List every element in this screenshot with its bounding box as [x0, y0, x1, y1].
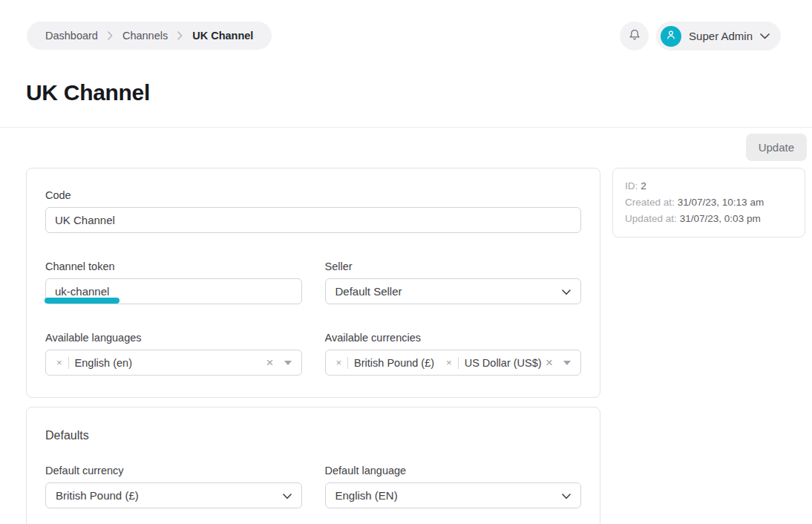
- chip-divider: [458, 357, 459, 369]
- defaults-card: Defaults Default currency British Pound …: [26, 407, 600, 524]
- form-column: Code Channel token Seller Defa: [26, 168, 600, 524]
- chevron-down-icon: [283, 489, 292, 502]
- token-seller-row: Channel token Seller Default Seller: [45, 261, 581, 304]
- remove-chip-button[interactable]: ×: [446, 358, 452, 367]
- remove-chip-button[interactable]: ×: [336, 358, 342, 367]
- chevron-down-icon: [562, 285, 571, 298]
- meta-id-row: ID:2: [625, 178, 793, 194]
- notifications-button[interactable]: [620, 22, 649, 50]
- code-input[interactable]: [45, 207, 581, 233]
- meta-created-label: Created at:: [625, 197, 675, 208]
- page-title: UK Channel: [26, 80, 150, 105]
- clear-selection-button[interactable]: ×: [546, 356, 553, 369]
- channel-token-field: Channel token: [45, 261, 302, 304]
- code-field: Code: [45, 189, 581, 233]
- meta-id-label: ID:: [625, 180, 638, 191]
- breadcrumb-item-channels[interactable]: Channels: [122, 30, 168, 42]
- multiselect-controls: ×: [546, 356, 571, 369]
- dropdown-caret-icon: [563, 361, 571, 365]
- app-root: Dashboard Channels UK Channel: [0, 0, 812, 524]
- breadcrumb-item-current: UK Channel: [192, 30, 253, 42]
- dropdown-caret-icon: [284, 361, 292, 365]
- seller-field: Seller Default Seller: [325, 261, 582, 304]
- bell-icon: [627, 27, 642, 45]
- meta-panel: ID:2 Created at:31/07/23, 10:13 am Updat…: [612, 168, 805, 238]
- chevron-down-icon: [562, 489, 571, 502]
- multiselect-controls: ×: [266, 356, 292, 369]
- chip-divider: [68, 357, 69, 369]
- defaults-section-title: Defaults: [45, 428, 581, 442]
- available-languages-label: Available languages: [45, 332, 302, 344]
- selected-chips: × British Pound (£) × US Dollar (US$): [336, 357, 542, 369]
- meta-created-value: 31/07/23, 10:13 am: [678, 197, 764, 208]
- default-currency-label: Default currency: [45, 465, 302, 477]
- chevron-right-icon: [177, 31, 183, 40]
- currency-chip: × British Pound (£): [336, 357, 435, 369]
- available-languages-multiselect[interactable]: × English (en) ×: [45, 350, 302, 376]
- meta-updated-row: Updated at:31/07/23, 0:03 pm: [625, 211, 793, 227]
- chevron-right-icon: [108, 31, 113, 40]
- chip-label: British Pound (£): [354, 357, 434, 369]
- defaults-row: Default currency British Pound (£) Defau…: [45, 465, 581, 508]
- meta-created-row: Created at:31/07/23, 10:13 am: [625, 194, 793, 211]
- default-language-select[interactable]: English (EN): [325, 482, 582, 508]
- clear-selection-button[interactable]: ×: [266, 356, 274, 369]
- user-name: Super Admin: [689, 30, 753, 42]
- page-content: Update Code Channel token: [0, 128, 812, 523]
- seller-selected-value: Default Seller: [335, 285, 402, 298]
- language-chip: × English (en): [56, 357, 132, 369]
- default-currency-selected-value: British Pound (£): [56, 489, 139, 502]
- update-button[interactable]: Update: [746, 134, 807, 161]
- available-currencies-multiselect[interactable]: × British Pound (£) × US Dollar (US$): [325, 350, 582, 376]
- chip-divider: [347, 357, 348, 369]
- chip-label: US Dollar (US$): [465, 357, 542, 369]
- default-language-selected-value: English (EN): [335, 489, 398, 502]
- accent-underline: [45, 298, 119, 304]
- breadcrumb: Dashboard Channels UK Channel: [27, 22, 272, 50]
- meta-updated-label: Updated at:: [625, 213, 677, 224]
- languages-currencies-row: Available languages × English (en) ×: [45, 332, 581, 376]
- available-currencies-field: Available currencies × British Pound (£)…: [325, 332, 582, 376]
- selected-chips: × English (en): [56, 357, 132, 369]
- seller-label: Seller: [325, 261, 582, 273]
- page-header: Dashboard Channels UK Channel: [0, 0, 812, 128]
- meta-updated-value: 31/07/23, 0:03 pm: [680, 213, 761, 224]
- currency-chip: × US Dollar (US$): [446, 357, 542, 369]
- default-currency-field: Default currency British Pound (£): [45, 465, 302, 508]
- seller-select[interactable]: Default Seller: [325, 278, 582, 304]
- available-languages-field: Available languages × English (en) ×: [45, 332, 302, 376]
- user-menu-button[interactable]: Super Admin: [656, 22, 781, 50]
- chevron-down-icon: [760, 30, 770, 42]
- default-language-label: Default language: [325, 465, 582, 477]
- channel-token-input-wrap: [45, 278, 302, 304]
- available-currencies-label: Available currencies: [325, 332, 582, 344]
- avatar: [661, 26, 681, 47]
- remove-chip-button[interactable]: ×: [56, 358, 62, 367]
- chip-label: English (en): [75, 357, 132, 369]
- header-actions: Super Admin: [620, 22, 781, 50]
- meta-id-value: 2: [641, 180, 646, 191]
- channel-token-label: Channel token: [45, 261, 302, 273]
- channel-general-card: Code Channel token Seller Defa: [26, 168, 600, 398]
- person-icon: [664, 28, 678, 44]
- code-label: Code: [45, 189, 581, 202]
- default-currency-select[interactable]: British Pound (£): [45, 482, 302, 508]
- breadcrumb-item-dashboard[interactable]: Dashboard: [45, 30, 98, 42]
- default-language-field: Default language English (EN): [325, 465, 582, 508]
